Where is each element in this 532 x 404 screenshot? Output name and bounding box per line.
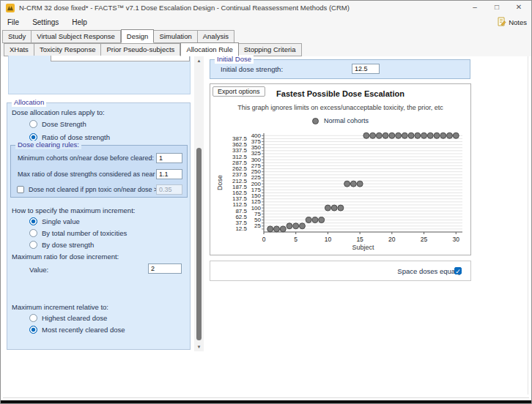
min-cohorts-input[interactable] [156, 153, 182, 163]
titlebar: N-CRM 32 dose fixed* - FACTS™ v7.1 Dose … [1, 1, 531, 15]
chart-point [299, 223, 305, 229]
svg-text:237.5: 237.5 [232, 171, 248, 178]
tab-prior-pseudo-subjects[interactable]: Prior Pseudo-subjects [101, 43, 180, 56]
initial-dose-input[interactable] [352, 64, 380, 74]
radio-most-recently-cleared[interactable]: Most recently cleared dose [29, 325, 125, 334]
chart-point [293, 223, 299, 229]
radio-circle-selected[interactable] [29, 326, 37, 334]
max-ratio-increment-label: Maximum ratio for dose increment: [12, 252, 119, 261]
chart-point [273, 226, 279, 232]
radio-single-value[interactable]: Single value [29, 217, 80, 226]
chart-point [331, 205, 337, 211]
max-ratio-near-row: Max ratio of dose strengths considered a… [11, 169, 187, 179]
svg-text:400: 400 [251, 132, 262, 139]
chart-point [357, 181, 363, 187]
not-cleared-label: Dose not cleared if ppn toxic on/near do… [29, 186, 158, 193]
svg-text:262.5: 262.5 [232, 165, 248, 172]
svg-text:325: 325 [251, 150, 262, 157]
svg-text:212.5: 212.5 [232, 178, 248, 184]
tab-xhats[interactable]: XHats [4, 43, 34, 56]
primary-tab-strip: Study Virtual Subject Response Design Si… [2, 31, 234, 43]
radio-circle[interactable] [29, 241, 37, 249]
svg-text:25: 25 [254, 222, 261, 229]
not-cleared-input[interactable] [156, 184, 182, 195]
svg-text:250: 250 [251, 168, 262, 175]
svg-text:50: 50 [254, 217, 261, 223]
svg-text:337.5: 337.5 [232, 147, 248, 154]
svg-text:275: 275 [251, 162, 262, 169]
tab-toxicity-response[interactable]: Toxicity Response [34, 43, 102, 56]
svg-text:150: 150 [251, 192, 262, 199]
tab-design[interactable]: Design [121, 29, 155, 43]
increment-spec-label: How to specify the maximum increment: [12, 206, 135, 214]
chart-point [396, 132, 402, 138]
svg-text:15: 15 [356, 236, 363, 243]
allocation-settings-panel: Allocation Dose allocation rules apply t… [7, 56, 193, 351]
svg-text:162.5: 162.5 [232, 190, 248, 196]
allocation-group: Allocation Dose allocation rules apply t… [7, 102, 191, 350]
minimize-icon[interactable]: – [464, 1, 486, 14]
scrollbar-thumb[interactable] [196, 148, 202, 340]
chart-point [421, 132, 427, 138]
not-cleared-checkbox[interactable] [17, 186, 24, 193]
page-right-edge [528, 56, 528, 394]
space-doses-label: Space doses equally [397, 267, 462, 275]
maximize-icon[interactable]: □ [486, 1, 508, 14]
svg-text:362.5: 362.5 [232, 141, 248, 148]
scroll-down-icon[interactable]: ▼ [194, 343, 204, 351]
chart-point [280, 226, 286, 232]
radio-by-total-toxicities[interactable]: By total number of toxicities [29, 228, 127, 238]
svg-text:375: 375 [251, 138, 262, 145]
menu-settings[interactable]: Settings [26, 17, 65, 28]
tab-simulation[interactable]: Simulation [154, 30, 197, 43]
left-panel-scrollbar[interactable]: ▲ ▼ [194, 56, 204, 351]
svg-text:20: 20 [388, 236, 396, 243]
radio-circle[interactable] [29, 120, 37, 128]
svg-text:200: 200 [251, 181, 262, 187]
chart-point [427, 132, 433, 138]
max-ratio-increment-input[interactable] [148, 263, 182, 274]
window-inner-border [3, 397, 529, 398]
chart-point [415, 132, 421, 138]
radio-by-dose-strength[interactable]: By dose strength [29, 240, 94, 250]
space-doses-checkbox[interactable]: ✓ [454, 267, 462, 274]
svg-text:87.5: 87.5 [235, 208, 247, 214]
not-cleared-row: Dose not cleared if ppn toxic on/near do… [11, 184, 187, 195]
max-ratio-near-input[interactable] [156, 169, 182, 179]
tab-page-content: Allocation Dose allocation rules apply t… [1, 56, 531, 397]
notes-button[interactable]: Notes [497, 17, 527, 28]
svg-text:37.5: 37.5 [235, 220, 247, 226]
relative-to-label: Maximum increment relative to: [12, 303, 108, 311]
radio-highest-cleared-dose[interactable]: Highest cleared dose [29, 313, 107, 323]
svg-text:387.5: 387.5 [232, 135, 248, 142]
chart-point [312, 217, 318, 223]
chart-legend: Normal cohorts [210, 117, 470, 124]
radio-dose-strength[interactable]: Dose Strength [29, 119, 86, 129]
tab-allocation-rule[interactable]: Allocation Rule [180, 42, 238, 56]
chart-subtitle: This graph ignores limits on excess/unac… [210, 104, 470, 111]
tab-virtual-subject-response[interactable]: Virtual Subject Response [32, 30, 121, 43]
radio-circle[interactable] [29, 314, 37, 322]
max-ratio-near-label: Max ratio of dose strengths considered a… [18, 171, 155, 178]
app-window: N-CRM 32 dose fixed* - FACTS™ v7.1 Dose … [0, 0, 532, 404]
chart-point [363, 132, 369, 138]
scroll-up-icon[interactable]: ▲ [194, 56, 204, 65]
chart-point [306, 217, 311, 223]
chart-point [350, 181, 356, 187]
dose-escalation-chart-panel: Export options Fastest Possible Dose Esc… [210, 83, 471, 255]
chart-point [267, 226, 273, 232]
legend-marker-icon [312, 118, 319, 124]
min-cohorts-label: Minimum cohorts on/near dose before clea… [18, 154, 154, 162]
chart-point [370, 132, 376, 138]
radio-circle[interactable] [29, 229, 37, 237]
menu-help[interactable]: Help [65, 17, 94, 28]
svg-text:350: 350 [251, 144, 262, 151]
screen-bottom-edge [1, 400, 531, 403]
svg-text:Dose: Dose [216, 175, 223, 190]
tab-analysis[interactable]: Analysis [198, 30, 234, 43]
chart-point [338, 205, 344, 211]
menu-file[interactable]: File [1, 17, 26, 28]
close-icon[interactable]: ✕ [508, 1, 530, 14]
radio-circle-selected[interactable] [29, 217, 37, 225]
tab-study[interactable]: Study [2, 30, 32, 43]
